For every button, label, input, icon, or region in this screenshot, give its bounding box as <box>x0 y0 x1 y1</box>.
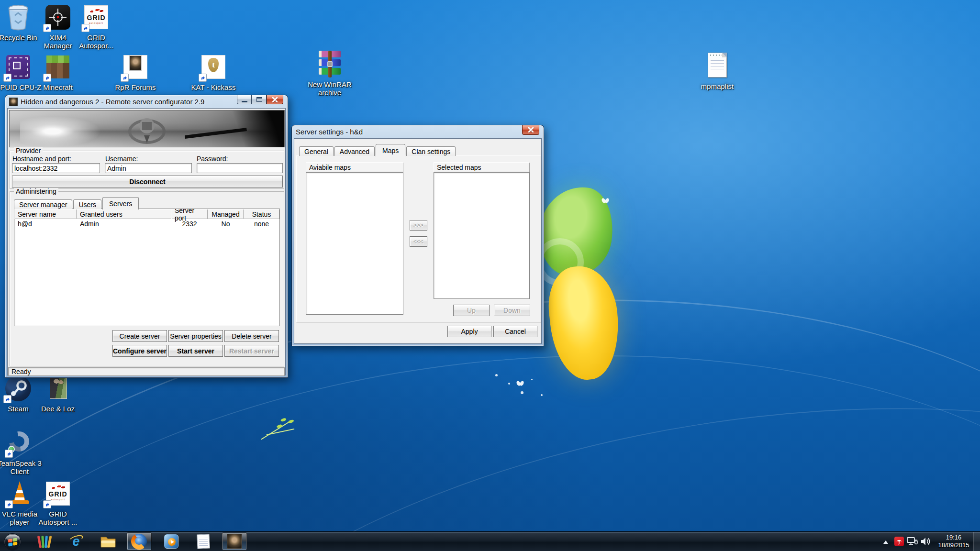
status-text: Ready <box>11 368 31 375</box>
disconnect-button[interactable]: Disconnect <box>12 176 283 187</box>
password-label: Password: <box>197 155 228 163</box>
wallpaper-butterfly <box>517 381 523 386</box>
column-header-granted-users[interactable]: Granted users <box>77 209 171 219</box>
configure-server-button[interactable]: Configure server <box>112 345 167 357</box>
tray-network-icon[interactable] <box>907 537 918 546</box>
column-header-server-port[interactable]: Server port <box>171 209 208 219</box>
desktop-icon-new-winrar-archive[interactable]: New WinRAR archive <box>306 49 354 97</box>
desktop-icon-rpr-forums[interactable]: RpR Forums <box>111 52 159 91</box>
column-header-managed[interactable]: Managed <box>208 209 244 219</box>
shortcut-arrow-icon <box>3 395 11 403</box>
selected-maps-panel: Selected maps <box>434 162 530 299</box>
kickass-torrents-icon: t <box>198 52 229 82</box>
move-right-button: >>> <box>410 220 427 231</box>
password-input[interactable] <box>197 163 283 173</box>
tab-servers[interactable]: Servers <box>102 197 139 209</box>
desktop-icon-label: mpmaplist <box>693 82 741 90</box>
desktop-icon-dee-loz[interactable]: Dee & Loz <box>34 373 82 413</box>
internet-explorer-icon: e <box>68 534 84 549</box>
minimize-button[interactable] <box>237 95 252 104</box>
dialog-close-button[interactable] <box>522 125 539 135</box>
taskbar-media-player-button[interactable] <box>159 532 184 551</box>
window-client-area: Provider Hostname and port: Username: Pa… <box>7 108 286 375</box>
desktop-icon-kat-kickass[interactable]: t KAT - Kickass <box>189 52 237 91</box>
column-header-server-name[interactable]: Server name <box>14 209 77 219</box>
show-hidden-icons-button[interactable] <box>883 540 889 544</box>
xim4-icon <box>43 2 73 33</box>
maps-tab-page: Aviabile maps Selected maps >>> <<< Up D… <box>296 155 541 322</box>
hostname-input[interactable] <box>12 163 100 173</box>
tab-users[interactable]: Users <box>73 199 101 209</box>
tab-clan-settings[interactable]: Clan settings <box>406 146 456 156</box>
dialog-title-bar[interactable]: Server settings - h&d <box>292 125 544 138</box>
show-desktop-button[interactable] <box>973 532 980 551</box>
wallpaper-sparkle <box>495 374 498 376</box>
firefox-icon <box>132 534 147 549</box>
tab-maps[interactable]: Maps <box>376 144 405 156</box>
desktop-icon-label: RpR Forums <box>111 83 159 91</box>
tab-general[interactable]: General <box>299 146 334 156</box>
start-button[interactable] <box>4 533 21 551</box>
desktop-icon-mpmaplist[interactable]: mpmaplist <box>693 51 741 90</box>
taskbar-internet-explorer-button[interactable]: e <box>64 532 89 551</box>
administering-group-label: Administering <box>14 187 58 195</box>
hostname-label: Hostname and port: <box>12 155 71 163</box>
taskbar-hd2-configurator-button[interactable] <box>222 532 247 551</box>
hd2-configurator-window: Hidden and dangerous 2 - Remote server c… <box>5 95 288 378</box>
column-header-status[interactable]: Status <box>244 209 279 219</box>
delete-server-button[interactable]: Delete server <box>224 330 279 342</box>
wallpaper-sparkle <box>541 394 543 396</box>
desktop-icon-label: archive <box>306 88 354 97</box>
close-icon <box>271 96 278 103</box>
apply-button[interactable]: Apply <box>447 326 491 337</box>
taskbar-notepad-button[interactable] <box>191 532 216 551</box>
tray-volume-icon[interactable] <box>920 537 931 546</box>
desktop-icon-label: Dee & Loz <box>34 405 82 413</box>
shortcut-arrow-icon <box>43 74 51 82</box>
shortcut-arrow-icon <box>43 24 51 32</box>
cell-server-name: h@d <box>14 220 77 228</box>
desktop-icon-minecraft[interactable]: Minecraft <box>34 52 82 91</box>
start-server-button[interactable]: Start server <box>168 345 223 357</box>
server-properties-button[interactable]: Server properties <box>168 330 223 342</box>
folder-icon <box>100 535 116 548</box>
taskbar-media-center-button[interactable] <box>32 532 57 551</box>
restart-server-button: Restart server <box>224 345 279 357</box>
rpr-forums-icon <box>120 52 151 82</box>
provider-group: Provider Hostname and port: Username: Pa… <box>10 151 284 189</box>
cell-status: none <box>244 220 279 228</box>
cancel-button[interactable]: Cancel <box>493 326 537 337</box>
desktop-icon-teamspeak3[interactable]: TeamSpeak 3 Client <box>0 428 44 475</box>
servers-listview[interactable]: Server name Granted users Server port Ma… <box>14 209 280 326</box>
notepad-icon <box>197 534 210 549</box>
desktop-icon-grid-autosport[interactable]: GRID autosport GRID Autospor... <box>72 2 120 50</box>
close-button[interactable] <box>267 95 283 104</box>
tab-server-manager[interactable]: Server manager <box>14 199 72 209</box>
taskbar: e <box>0 531 980 551</box>
available-maps-list[interactable] <box>306 172 403 315</box>
taskbar-clock[interactable]: 19:16 18/09/2015 <box>933 534 974 549</box>
available-maps-panel: Aviabile maps <box>306 162 403 315</box>
minecraft-icon <box>43 52 73 82</box>
media-player-icon <box>164 534 178 549</box>
server-table-row[interactable]: h@d Admin 2332 No none <box>14 219 279 229</box>
minimize-icon <box>242 101 247 102</box>
administering-group: Administering Server manager Users Serve… <box>10 191 284 366</box>
winrar-archive-icon <box>314 49 345 79</box>
taskbar-explorer-button[interactable] <box>96 532 121 551</box>
desktop-icon-label: TeamSpeak 3 <box>0 459 44 467</box>
selected-maps-list[interactable] <box>434 172 530 299</box>
taskbar-firefox-button[interactable] <box>127 532 152 551</box>
maximize-button[interactable] <box>252 95 267 104</box>
desktop-icon-grid-autosport-2[interactable]: GRID autosport GRID Autosport ... <box>34 478 82 526</box>
tab-advanced[interactable]: Advanced <box>334 146 375 156</box>
wallpaper-sparkle <box>508 383 510 385</box>
wallpaper-sparkle <box>531 379 533 380</box>
create-server-button[interactable]: Create server <box>112 330 167 342</box>
cell-granted-users: Admin <box>77 220 171 228</box>
hd2-banner <box>9 110 285 147</box>
tray-avira-icon[interactable] <box>894 537 904 546</box>
speaker-icon <box>920 537 931 546</box>
username-input[interactable] <box>105 163 192 173</box>
username-label: Username: <box>105 155 138 163</box>
